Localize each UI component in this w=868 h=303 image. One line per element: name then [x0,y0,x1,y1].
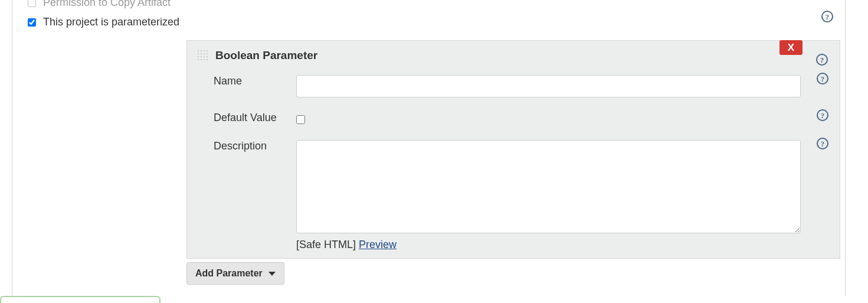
svg-point-15 [201,59,202,60]
svg-point-17 [207,59,208,60]
help-icon[interactable]: ? [816,54,828,66]
svg-text:?: ? [821,139,825,148]
description-note: [Safe HTML] Preview [296,239,801,251]
svg-point-16 [204,59,205,60]
safe-html-hint: [Safe HTML] [296,239,356,250]
svg-text:?: ? [826,12,830,21]
svg-point-9 [207,53,208,54]
svg-point-11 [201,56,202,57]
project-parameterized-checkbox[interactable] [28,18,36,27]
default-value-row: Default Value ? [187,105,840,133]
add-parameter-label: Add Parameter [195,268,263,279]
name-input[interactable] [296,75,801,97]
svg-point-14 [198,59,199,60]
svg-point-7 [201,53,202,54]
project-parameterized-label: This project is parameterized [43,16,179,28]
default-value-label: Default Value [187,105,296,133]
tab-stub [0,296,161,303]
permission-copy-artifact-option: Permission to Copy Artifact [28,0,845,12]
svg-point-5 [207,50,208,51]
chevron-down-icon [268,272,276,276]
svg-point-3 [201,50,202,51]
name-label: Name [187,68,296,105]
boolean-parameter-panel: X Boolean Parameter [186,40,840,259]
help-icon[interactable]: ? [817,138,828,149]
description-row: Description [Safe HTML] Preview ? [187,133,840,258]
svg-text:?: ? [820,56,824,64]
name-row: Name ? [187,68,840,105]
permission-copy-artifact-checkbox[interactable] [28,0,36,7]
svg-point-2 [198,50,199,51]
help-icon[interactable]: ? [817,109,828,121]
default-value-checkbox[interactable] [296,115,305,124]
svg-point-10 [198,56,199,57]
permission-copy-artifact-label: Permission to Copy Artifact [43,0,171,9]
svg-point-13 [207,56,208,57]
svg-text:?: ? [821,111,825,120]
add-parameter-button[interactable]: Add Parameter [186,262,284,285]
svg-text:?: ? [821,74,825,83]
help-icon[interactable]: ? [821,11,833,22]
description-label: Description [187,133,296,258]
svg-point-4 [204,50,205,51]
project-parameterized-option: This project is parameterized [28,12,845,32]
drag-handle-icon[interactable] [196,49,209,62]
svg-point-6 [198,53,199,54]
help-icon[interactable]: ? [817,73,828,84]
svg-point-8 [204,53,205,54]
description-textarea[interactable] [296,140,801,233]
parameter-type-title: Boolean Parameter [215,49,317,62]
preview-link[interactable]: Preview [359,239,397,250]
svg-point-12 [204,56,205,57]
